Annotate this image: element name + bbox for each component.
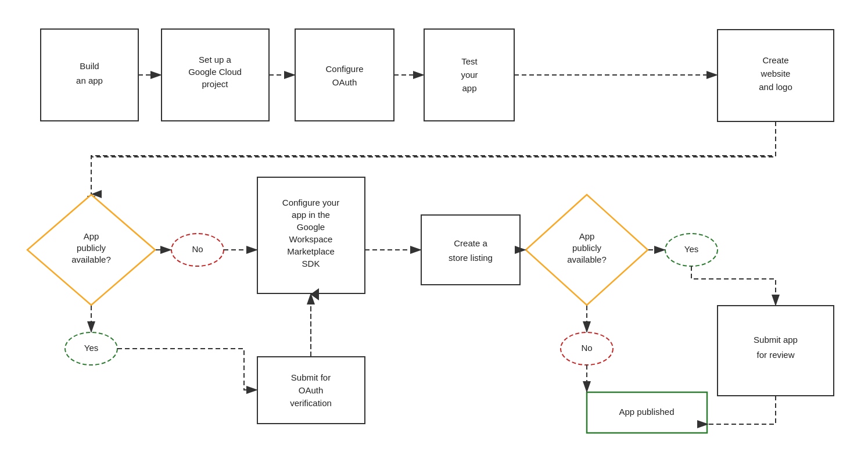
submit-review-text1: Submit app — [754, 335, 798, 345]
no-oval-2-text: No — [581, 343, 592, 353]
app-published-text: App published — [619, 407, 674, 417]
submit-review-text2: for review — [756, 350, 794, 360]
test-app-text2: your — [461, 70, 478, 80]
submit-oauth-text1: Submit for — [291, 372, 331, 382]
diamond-2-text3: available? — [567, 255, 607, 264]
arrow-submit-published — [708, 396, 776, 424]
configure-workspace-text1: Configure your — [282, 198, 339, 207]
submit-oauth-text2: OAuth — [299, 385, 324, 395]
yes-oval-2-text: Yes — [684, 244, 698, 254]
main-diagram: Build an app Set up a Google Cloud proje… — [0, 0, 868, 473]
build-app-text2: an app — [76, 76, 103, 85]
arrow-website-to-diamond1 — [91, 121, 776, 206]
yes-oval-1-text: Yes — [84, 343, 98, 353]
arrow-yes1-submitoauth — [117, 349, 257, 390]
setup-google-text2: Google Cloud — [188, 67, 242, 77]
diamond-2-text1: App — [579, 231, 595, 241]
configure-oauth-text1: Configure — [325, 64, 363, 74]
diamond-1-text1: App — [84, 231, 99, 241]
create-store-rect — [421, 215, 520, 285]
create-website-text3: and logo — [759, 82, 792, 92]
submit-oauth-text3: verification — [290, 398, 332, 408]
build-app-text1: Build — [80, 61, 99, 71]
diamond-2-text2: publicly — [572, 243, 602, 253]
setup-google-text1: Set up a — [199, 55, 232, 64]
create-website-text1: Create — [762, 55, 788, 65]
create-store-text1: Create a — [454, 238, 487, 248]
configure-workspace-text5: Marketplace — [287, 246, 335, 256]
no-oval-1-text: No — [192, 244, 203, 254]
configure-oauth-text2: OAuth — [332, 77, 357, 87]
configure-workspace-text6: SDK — [302, 259, 320, 268]
setup-google-text3: project — [202, 79, 228, 89]
configure-oauth-rect — [295, 29, 394, 121]
arrow-yes2-submit — [691, 266, 776, 305]
arrow-website-to-diamond1-correct — [91, 121, 776, 194]
create-website-text2: website — [761, 69, 791, 78]
test-app-text1: Test — [461, 56, 478, 66]
configure-workspace-text4: Workspace — [289, 234, 333, 244]
diamond-1-text2: publicly — [77, 243, 106, 253]
test-app-text3: app — [462, 83, 476, 93]
configure-workspace-text2: app in the — [292, 210, 330, 220]
create-store-text2: store listing — [449, 253, 493, 263]
configure-workspace-text3: Google — [297, 222, 325, 232]
diamond-1-text3: available? — [71, 255, 111, 264]
